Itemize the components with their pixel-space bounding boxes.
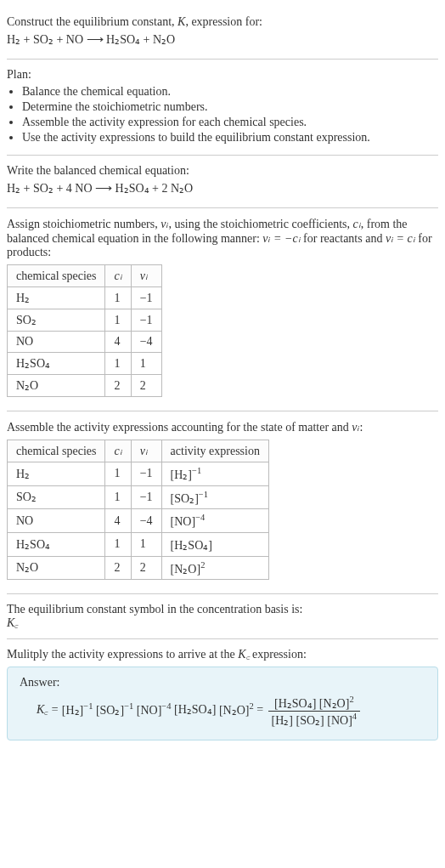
exp: −1: [192, 466, 201, 475]
cell: −1: [131, 287, 161, 309]
rel1: νᵢ = −cᵢ: [262, 232, 300, 245]
stoich-table: chemical species cᵢ νᵢ H₂1−1 SO₂1−1 NO4−…: [7, 264, 162, 397]
term: [SO₂]−1: [96, 704, 133, 717]
plan-item: Assemble the activity expression for eac…: [22, 116, 438, 129]
intro-line: Construct the equilibrium constant, K, e…: [7, 15, 438, 29]
e: 2: [349, 695, 353, 704]
b: [SO₂]: [96, 704, 124, 717]
cell: H₂SO₄: [8, 532, 105, 556]
fraction: [H₂SO₄] [N₂O]2 [H₂] [SO₂] [NO]4: [268, 695, 360, 727]
th-c: cᵢ: [105, 265, 131, 287]
cell: 1: [131, 532, 161, 556]
term: [H₂]−1: [62, 704, 93, 717]
activity-table: chemical species cᵢ νᵢ activity expressi…: [7, 440, 269, 580]
cell: SO₂: [8, 309, 105, 332]
table-row: H₂1−1[H₂]−1: [8, 462, 269, 486]
cell: 4: [105, 509, 131, 533]
final-title: Mulitply the activity expressions to arr…: [7, 648, 438, 661]
th-act: activity expression: [161, 440, 268, 462]
base: [NO]: [171, 515, 196, 528]
cell: 1: [105, 532, 131, 556]
cell-act: [NO]−4: [161, 509, 268, 533]
answer-label: Answer:: [20, 676, 425, 689]
intro-post: , expression for:: [185, 15, 262, 28]
symbol-kc: K꜀: [7, 616, 438, 630]
answer-expression: K꜀ = [H₂]−1 [SO₂]−1 [NO]−4 [H₂SO₄] [N₂O]…: [20, 695, 425, 727]
th-nu: νᵢ: [131, 265, 161, 287]
cell: 1: [105, 462, 131, 486]
intro-section: Construct the equilibrium constant, K, e…: [7, 7, 438, 60]
intro-pre: Construct the equilibrium constant,: [7, 15, 177, 28]
rel2: νᵢ = cᵢ: [386, 232, 415, 245]
cell: 1: [105, 309, 131, 332]
answer-box: Answer: K꜀ = [H₂]−1 [SO₂]−1 [NO]−4 [H₂SO…: [7, 667, 438, 740]
final-section: Mulitply the activity expressions to arr…: [7, 639, 438, 748]
kc: K꜀: [238, 648, 249, 661]
cell: 1: [105, 353, 131, 375]
cell: 1: [105, 287, 131, 309]
b: [NO]: [327, 714, 352, 727]
cell: SO₂: [8, 485, 105, 509]
term: [N₂O]2: [219, 704, 254, 717]
cell: 2: [131, 556, 161, 580]
plan-item: Balance the chemical equation.: [22, 85, 438, 99]
base: [N₂O]: [171, 562, 201, 575]
activity-section: Assemble the activity expressions accoun…: [7, 411, 438, 594]
b: [N₂O]: [219, 704, 250, 717]
term: [H₂SO₄]: [174, 704, 216, 717]
cell: 2: [105, 375, 131, 397]
table-row: NO4−4[NO]−4: [8, 509, 269, 533]
b: [H₂SO₄]: [274, 697, 316, 710]
cell: −1: [131, 309, 161, 332]
table-row: SO₂1−1[SO₂]−1: [8, 485, 269, 509]
lhs: K꜀ =: [37, 704, 62, 717]
term: [N₂O]2: [319, 697, 354, 710]
cell-act: [N₂O]2: [161, 556, 268, 580]
e: 4: [352, 712, 357, 721]
b: [SO₂]: [296, 714, 324, 727]
plan-item: Determine the stoichiometric numbers.: [22, 100, 438, 114]
exp: −4: [195, 513, 205, 522]
plan-section: Plan: Balance the chemical equation. Det…: [7, 60, 438, 156]
t: Assign stoichiometric numbers,: [7, 218, 161, 230]
b: [H₂]: [62, 704, 83, 717]
plan-title: Plan:: [7, 68, 438, 82]
numerator: [H₂SO₄] [N₂O]2: [268, 695, 360, 712]
t: Assemble the activity expressions accoun…: [7, 421, 352, 434]
e: −4: [161, 701, 171, 711]
symbol-section: The equilibrium constant symbol in the c…: [7, 594, 438, 639]
symbol-title: The equilibrium constant symbol in the c…: [7, 603, 438, 616]
term: [NO]4: [327, 714, 357, 727]
cell: −4: [131, 332, 161, 353]
cell: 1: [131, 353, 161, 375]
table-row: N₂O22[N₂O]2: [8, 556, 269, 580]
b: [N₂O]: [319, 697, 350, 710]
balanced-section: Write the balanced chemical equation: H₂…: [7, 156, 438, 208]
e: −1: [83, 701, 93, 711]
cell: 2: [131, 375, 161, 397]
e: −1: [124, 701, 133, 711]
eq-sign: =: [256, 704, 266, 717]
plan-item: Use the activity expressions to build th…: [22, 131, 438, 145]
cell: 2: [105, 556, 131, 580]
cell: −4: [131, 509, 161, 533]
cell: NO: [8, 509, 105, 533]
balanced-title: Write the balanced chemical equation:: [7, 164, 438, 178]
c-i: cᵢ: [353, 218, 361, 230]
b: [H₂]: [272, 714, 293, 727]
cell: N₂O: [8, 556, 105, 580]
cell: H₂: [8, 287, 105, 309]
t: :: [360, 421, 363, 434]
intro-K: K: [177, 15, 185, 28]
cell: H₂SO₄: [8, 353, 105, 375]
th-nu: νᵢ: [131, 440, 161, 462]
t: , using the stoichiometric coefficients,: [168, 218, 352, 230]
b: [NO]: [137, 704, 162, 717]
t: for reactants and: [301, 232, 386, 245]
cell: −1: [131, 485, 161, 509]
base: [H₂SO₄]: [171, 539, 212, 552]
exp: −1: [199, 490, 208, 499]
cell: NO: [8, 332, 105, 353]
exp: 2: [200, 560, 205, 570]
table-row: NO4−4: [8, 332, 162, 353]
